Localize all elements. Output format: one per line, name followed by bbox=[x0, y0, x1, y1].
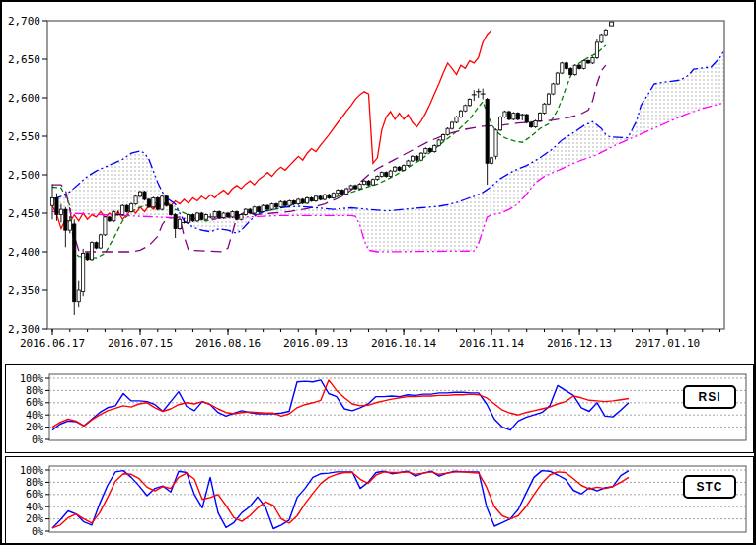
stc-label-box: STC bbox=[683, 475, 736, 499]
candle-up bbox=[306, 197, 309, 202]
y-axis-label: 40% bbox=[26, 410, 43, 421]
candle-up bbox=[90, 243, 93, 260]
rsi-chart-canvas: 100%80%60%40%20%0% bbox=[6, 365, 753, 452]
candle-up bbox=[490, 158, 492, 163]
candle-down bbox=[525, 115, 528, 122]
y-axis-label: 100% bbox=[20, 373, 43, 384]
candle-up bbox=[279, 201, 282, 206]
candle-up bbox=[512, 114, 515, 119]
candle-down bbox=[292, 201, 295, 204]
stc-line-slow bbox=[52, 472, 629, 528]
candle-down bbox=[174, 215, 177, 229]
candle-up bbox=[161, 196, 164, 209]
candle-up bbox=[104, 217, 107, 235]
candle-down bbox=[249, 209, 252, 213]
candle-down bbox=[191, 215, 194, 221]
candle-up bbox=[362, 181, 365, 184]
ichimoku-cloud bbox=[52, 50, 724, 252]
y-axis-label: 60% bbox=[26, 397, 43, 408]
candle-up bbox=[244, 209, 247, 214]
y-axis-label: 2,350 bbox=[8, 284, 40, 297]
candle-up bbox=[389, 171, 392, 176]
y-axis-label: 2,300 bbox=[8, 323, 40, 336]
x-axis-label: 2016.10.14 bbox=[371, 337, 437, 350]
y-axis-label: 100% bbox=[20, 465, 43, 476]
candle-up bbox=[538, 114, 541, 121]
candle-up bbox=[604, 30, 607, 35]
candle-down bbox=[108, 217, 111, 221]
candle-up bbox=[573, 65, 576, 74]
y-axis-label: 80% bbox=[26, 385, 43, 396]
y-axis-label: 40% bbox=[26, 502, 43, 512]
stock-chart-window: 2,7002,6502,6002,5502,5002,4502,4002,350… bbox=[0, 0, 756, 545]
candle-up bbox=[411, 156, 414, 161]
candle-up bbox=[77, 290, 80, 302]
x-axis-label: 2016.09.13 bbox=[283, 337, 348, 350]
candle-up bbox=[314, 196, 317, 201]
candle-up bbox=[455, 117, 458, 122]
candle-down bbox=[143, 192, 146, 199]
candle-down bbox=[569, 68, 572, 74]
last-price-marker bbox=[610, 22, 614, 26]
candle-up bbox=[113, 211, 115, 220]
candle-up bbox=[459, 111, 462, 117]
candle-up bbox=[534, 120, 537, 126]
candle-up bbox=[187, 215, 189, 223]
candle-up bbox=[595, 42, 598, 58]
candle-down bbox=[310, 197, 313, 200]
candle-up bbox=[498, 117, 501, 130]
candle-up bbox=[134, 196, 137, 204]
rsi-label-box: RSI bbox=[683, 385, 736, 409]
candle-up bbox=[204, 215, 207, 220]
candle-up bbox=[231, 211, 234, 216]
y-axis-label: 0% bbox=[32, 434, 43, 445]
candle-up bbox=[419, 153, 422, 160]
candle-up bbox=[178, 219, 181, 228]
x-axis-label: 2016.06.17 bbox=[20, 337, 85, 350]
candle-up bbox=[547, 94, 550, 104]
candle-up bbox=[270, 204, 273, 209]
candle-up bbox=[240, 215, 243, 220]
candle-up bbox=[371, 180, 374, 185]
candle-up bbox=[213, 211, 216, 216]
candle-down bbox=[578, 65, 581, 68]
x-axis-label: 2016.08.16 bbox=[195, 337, 261, 350]
candle-up bbox=[446, 128, 449, 134]
candle-up bbox=[552, 84, 555, 94]
candle-down bbox=[170, 205, 173, 214]
candle-down bbox=[328, 195, 331, 197]
rsi-label: RSI bbox=[698, 390, 720, 404]
candle-down bbox=[64, 209, 67, 230]
y-axis-label: 2,500 bbox=[8, 169, 40, 182]
candle-up bbox=[561, 63, 564, 73]
candle-down bbox=[218, 211, 221, 217]
candle-up bbox=[600, 35, 603, 42]
candle-up bbox=[543, 104, 546, 113]
candle-up bbox=[82, 254, 85, 292]
candle-up bbox=[468, 100, 471, 106]
candle-down bbox=[235, 211, 238, 219]
stc-panel: 100%80%60%40%20%0% STC bbox=[5, 456, 754, 544]
candle-up bbox=[130, 204, 133, 212]
candle-down bbox=[95, 243, 98, 248]
y-axis-label: 2,700 bbox=[8, 15, 40, 28]
candle-up bbox=[407, 161, 410, 166]
candle-up bbox=[464, 106, 467, 111]
candle-up bbox=[582, 61, 585, 69]
candle-down bbox=[367, 181, 370, 185]
rsi-line-fast bbox=[52, 380, 629, 430]
price-chart-panel: 2,7002,6502,6002,5502,5002,4502,4002,350… bbox=[4, 4, 754, 360]
stc-line-fast bbox=[52, 471, 629, 529]
y-axis-label: 2,450 bbox=[8, 207, 40, 220]
candle-up bbox=[494, 130, 497, 157]
candle-up bbox=[402, 166, 405, 171]
candle-up bbox=[59, 209, 62, 214]
candle-up bbox=[345, 189, 348, 194]
candle-up bbox=[376, 177, 379, 180]
candle-down bbox=[486, 100, 489, 164]
candle-down bbox=[354, 186, 357, 189]
x-axis-label: 2016.12.13 bbox=[547, 337, 612, 350]
candle-down bbox=[200, 213, 203, 219]
candle-up bbox=[380, 173, 383, 177]
candle-up bbox=[358, 184, 361, 189]
